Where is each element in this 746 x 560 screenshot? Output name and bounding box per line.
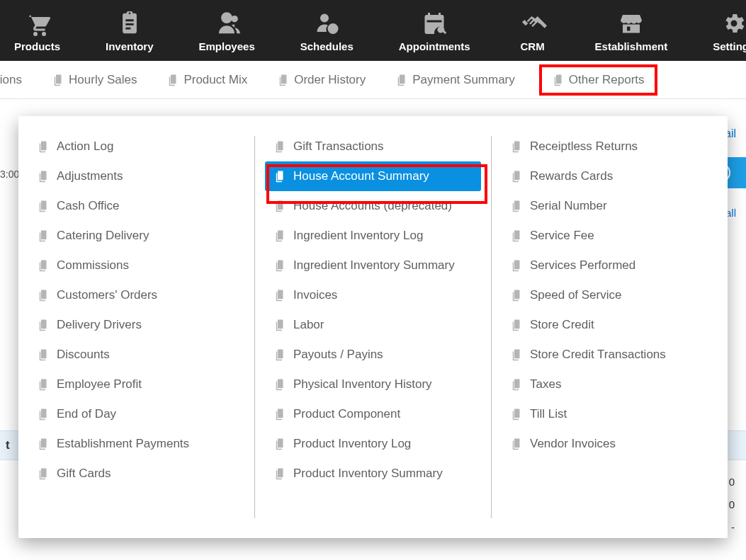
report-item-label: Serial Number <box>530 199 607 213</box>
report-item-ingredient-inventory-summary[interactable]: Ingredient Inventory Summary <box>265 251 481 280</box>
nav-schedules[interactable]: Schedules <box>300 9 354 52</box>
report-item-establishment-payments[interactable]: Establishment Payments <box>28 429 244 459</box>
tab-order-history[interactable]: Order History <box>271 69 371 91</box>
report-item-store-credit[interactable]: Store Credit <box>502 310 718 340</box>
report-icon <box>273 348 286 361</box>
report-item-vendor-invoices[interactable]: Vendor Invoices <box>502 429 718 459</box>
report-item-speed-of-service[interactable]: Speed of Service <box>502 280 718 310</box>
report-item-product-inventory-summary[interactable]: Product Inventory Summary <box>265 459 481 488</box>
dropdown-column: Action LogAdjustmentsCash OfficeCatering… <box>18 132 254 522</box>
report-item-label: Taxes <box>530 377 561 392</box>
report-icon <box>37 229 50 242</box>
tab-payment-summary[interactable]: Payment Summary <box>390 69 521 91</box>
tab-partial-operations[interactable]: rations <box>0 69 28 91</box>
report-item-adjustments[interactable]: Adjustments <box>28 161 244 191</box>
report-icon <box>37 467 50 480</box>
report-item-label: Commissions <box>57 258 129 273</box>
report-icon <box>510 259 523 272</box>
other-reports-dropdown: Action LogAdjustmentsCash OfficeCatering… <box>18 116 728 538</box>
report-item-serial-number[interactable]: Serial Number <box>502 191 718 221</box>
report-item-ingredient-inventory-log[interactable]: Ingredient Inventory Log <box>265 221 481 251</box>
report-item-payouts-payins[interactable]: Payouts / Payins <box>265 340 481 370</box>
report-item-till-list[interactable]: Till List <box>502 399 718 429</box>
tab-label: Payment Summary <box>412 73 515 87</box>
report-item-label: House Accounts (deprecated) <box>293 199 452 213</box>
report-item-label: Ingredient Inventory Summary <box>293 258 455 273</box>
report-item-house-accounts-deprecated[interactable]: House Accounts (deprecated) <box>265 191 481 221</box>
report-icon <box>37 438 50 450</box>
nav-crm[interactable]: CRM <box>516 9 550 52</box>
nav-label: Schedules <box>300 40 354 52</box>
report-icon <box>273 467 286 480</box>
report-item-employee-profit[interactable]: Employee Profit <box>28 370 244 399</box>
report-item-label: Physical Inventory History <box>293 377 432 392</box>
report-item-cash-office[interactable]: Cash Office <box>28 191 244 221</box>
nav-inventory[interactable]: Inventory <box>106 9 154 52</box>
dropdown-column: Receiptless ReturnsRewards CardsSerial N… <box>492 132 728 522</box>
nav-label: Settings <box>713 40 746 52</box>
report-item-store-credit-transactions[interactable]: Store Credit Transactions <box>502 340 718 370</box>
report-item-discounts[interactable]: Discounts <box>28 340 244 370</box>
report-item-label: Receiptless Returns <box>530 139 638 154</box>
report-icon <box>273 438 286 450</box>
report-icon <box>395 74 408 86</box>
tab-other-reports[interactable]: Other Reports <box>546 69 650 91</box>
report-icon <box>510 438 523 450</box>
report-item-gift-transactions[interactable]: Gift Transactions <box>265 132 481 161</box>
tab-hourly-sales[interactable]: Hourly Sales <box>46 69 142 91</box>
report-item-label: Invoices <box>293 288 337 302</box>
top-nav: Products Inventory Employees Schedules A… <box>0 0 746 61</box>
nav-products[interactable]: Products <box>14 9 60 52</box>
report-item-services-performed[interactable]: Services Performed <box>502 251 718 280</box>
nav-appointments[interactable]: Appointments <box>399 9 470 52</box>
report-item-label: Vendor Invoices <box>530 437 616 451</box>
zero-value: 0 <box>729 471 735 493</box>
report-item-house-account-summary[interactable]: House Account Summary <box>265 161 481 191</box>
report-icon <box>273 378 286 391</box>
report-item-label: Product Inventory Log <box>293 437 411 451</box>
report-icon <box>37 200 50 212</box>
report-item-label: Rewards Cards <box>530 169 613 183</box>
report-item-label: Gift Transactions <box>293 139 384 154</box>
report-item-commissions[interactable]: Commissions <box>28 251 244 280</box>
tab-product-mix[interactable]: Product Mix <box>161 69 253 91</box>
report-item-delivery-drivers[interactable]: Delivery Drivers <box>28 310 244 340</box>
tab-label: Order History <box>294 73 366 87</box>
report-icon <box>37 378 50 391</box>
report-item-product-inventory-log[interactable]: Product Inventory Log <box>265 429 481 459</box>
dropdown-column: Gift TransactionsHouse Account SummaryHo… <box>255 132 491 522</box>
report-item-end-of-day[interactable]: End of Day <box>28 399 244 429</box>
nav-employees[interactable]: Employees <box>199 9 255 52</box>
report-item-invoices[interactable]: Invoices <box>265 280 481 310</box>
report-item-physical-inventory-history[interactable]: Physical Inventory History <box>265 370 481 399</box>
report-item-product-component[interactable]: Product Component <box>265 399 481 429</box>
report-item-customers-orders[interactable]: Customers' Orders <box>28 280 244 310</box>
zero-value: 0 <box>729 493 735 516</box>
report-item-receiptless-returns[interactable]: Receiptless Returns <box>502 132 718 161</box>
report-item-service-fee[interactable]: Service Fee <box>502 221 718 251</box>
tab-label: Hourly Sales <box>69 73 137 87</box>
gear-icon <box>717 9 746 38</box>
report-item-labor[interactable]: Labor <box>265 310 481 340</box>
report-icon <box>273 170 286 183</box>
report-item-label: Action Log <box>57 139 113 154</box>
report-item-label: Services Performed <box>530 258 635 273</box>
people-icon <box>210 9 244 38</box>
report-icon <box>273 319 286 331</box>
report-item-taxes[interactable]: Taxes <box>502 370 718 399</box>
report-icon <box>37 170 50 183</box>
nav-settings[interactable]: Settings <box>713 9 746 52</box>
report-item-catering-delivery[interactable]: Catering Delivery <box>28 221 244 251</box>
report-item-action-log[interactable]: Action Log <box>28 132 244 161</box>
nav-establishment[interactable]: Establishment <box>595 9 668 52</box>
report-item-rewards-cards[interactable]: Rewards Cards <box>502 161 718 191</box>
report-icon <box>273 229 286 242</box>
tab-label: rations <box>0 73 22 87</box>
report-item-label: Product Inventory Summary <box>293 467 443 481</box>
report-item-label: Discounts <box>57 348 110 362</box>
report-icon <box>510 408 523 421</box>
time-fragment: 3:00 <box>0 168 19 180</box>
report-item-gift-cards[interactable]: Gift Cards <box>28 459 244 488</box>
report-icon <box>273 259 286 272</box>
report-item-label: Establishment Payments <box>57 437 189 451</box>
